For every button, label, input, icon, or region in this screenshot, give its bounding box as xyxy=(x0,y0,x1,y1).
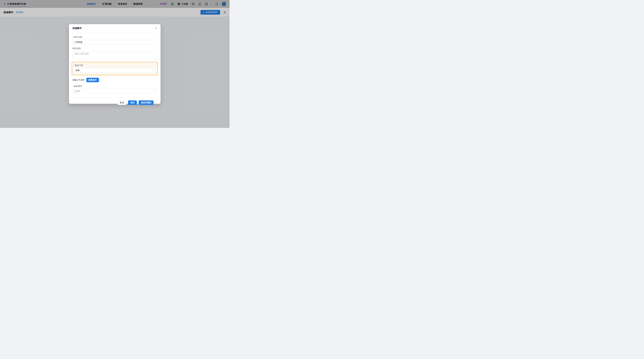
event-name-input[interactable] xyxy=(72,40,157,45)
resize-handle-icon[interactable] xyxy=(155,58,156,59)
dialog-close-icon[interactable] xyxy=(155,27,157,30)
trigger-plugin-label: * 触发插件 xyxy=(72,85,157,88)
dialog-body: * 事件名称 事件说明 * 触发字段 金额 满足 xyxy=(69,33,160,105)
required-mark: * xyxy=(74,64,74,66)
event-desc-textarea[interactable] xyxy=(72,51,157,60)
dialog-header: 前端事件 xyxy=(69,24,160,33)
condition-row: 满足以下条件 配置条件 xyxy=(72,78,157,82)
required-mark: * xyxy=(72,36,73,38)
dialog-footer: 取消 保存 保存并调试 xyxy=(72,98,157,105)
trigger-plugin-select[interactable]: 请选择 xyxy=(72,89,157,94)
chevron-down-icon xyxy=(152,70,154,71)
event-desc-label: 事件说明 xyxy=(72,47,157,50)
configure-condition-button[interactable]: 配置条件 xyxy=(86,78,99,82)
condition-label: 满足以下条件 xyxy=(72,79,85,81)
cancel-button[interactable]: 取消 xyxy=(118,100,126,105)
required-mark: * xyxy=(72,85,73,87)
event-name-label: * 事件名称 xyxy=(72,36,157,38)
trigger-field-label: * 触发字段 xyxy=(74,64,156,67)
trigger-field-select[interactable]: 金额 xyxy=(74,68,156,73)
chevron-down-icon xyxy=(153,90,155,92)
trigger-field-highlight-box: * 触发字段 金额 xyxy=(72,62,158,75)
save-and-debug-button[interactable]: 保存并调试 xyxy=(138,100,154,105)
frontend-event-dialog: 前端事件 * 事件名称 事件说明 * 触发字段 金额 xyxy=(69,24,160,104)
nav-dim-layer xyxy=(0,0,230,8)
dialog-title: 前端事件 xyxy=(72,27,82,30)
save-button[interactable]: 保存 xyxy=(128,100,137,105)
